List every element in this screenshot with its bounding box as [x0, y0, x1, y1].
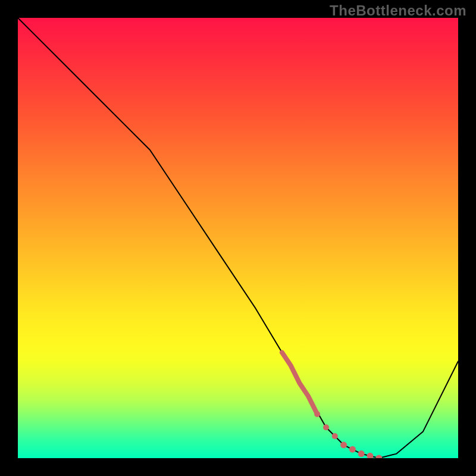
- highlight-marker-dot: [323, 424, 329, 430]
- highlight-marker-dot: [340, 441, 347, 448]
- bottleneck-curve-line: [18, 18, 458, 458]
- watermark-text: TheBottleneck.com: [330, 2, 466, 19]
- highlight-marker-dot: [358, 450, 365, 457]
- chart-frame: TheBottleneck.com: [0, 0, 476, 476]
- highlight-tail-stroke: [282, 352, 317, 414]
- highlight-marker-dot: [375, 455, 382, 459]
- highlight-marker-dot: [349, 446, 356, 453]
- highlight-marker-dot: [332, 433, 338, 439]
- chart-overlay-svg: [18, 18, 458, 458]
- highlight-marker-dot: [367, 453, 374, 458]
- highlight-marker-dot: [314, 411, 320, 417]
- highlight-markers-group: [282, 352, 382, 458]
